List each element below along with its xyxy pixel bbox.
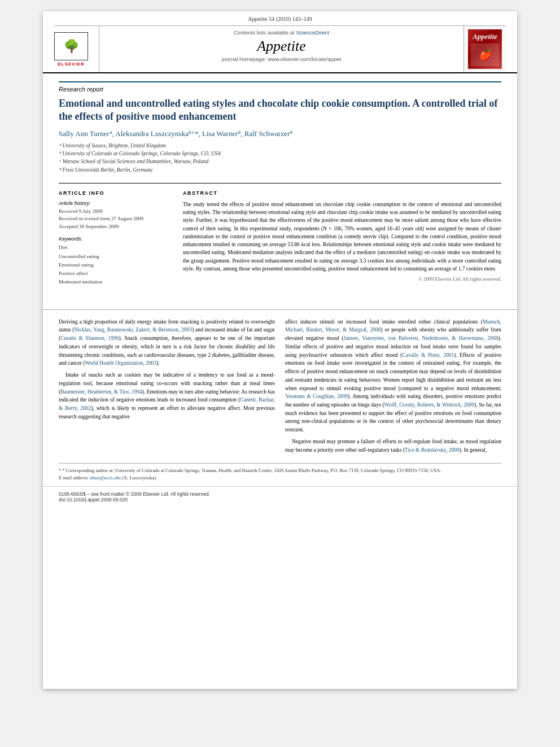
history-section: Article history: Received 9 July 2009 Re… [59, 200, 172, 231]
ref-nicklas[interactable]: Nicklas, Yang, Baranowski, Zakeri, & Ber… [74, 327, 192, 333]
journal-homepage: journal homepage: www.elsevier.com/locat… [105, 56, 458, 62]
body-text: Deriving a high proportion of daily ener… [43, 318, 517, 458]
authors: Sally Ann Turnerᵃ, Aleksandra Luszczynsk… [59, 129, 501, 138]
email-suffix: (A. Luszczynska). [122, 475, 157, 480]
elsevier-name: ELSEVIER [58, 62, 85, 67]
email-address[interactable]: alusz@uccs.edu [90, 475, 121, 480]
section-divider [43, 309, 517, 310]
article-info-col: ARTICLE INFO Article history: Received 9… [59, 190, 172, 287]
accepted-date: Accepted 30 September 2009 [59, 223, 172, 231]
keyword-mediation: Moderated mediation [59, 278, 172, 286]
footer-doi: doi:10.1016/j.appet.2009.09.020 [59, 497, 501, 503]
info-abstract-section: ARTICLE INFO Article history: Received 9… [59, 183, 501, 287]
body-para-3: affect induces stimuli on increased food… [285, 318, 501, 434]
thumb-label: Appetite [473, 32, 497, 41]
received-date: Received 9 July 2009 [59, 208, 172, 216]
ref-who[interactable]: World Health Organization, 2003 [85, 360, 156, 366]
ref-cusatis[interactable]: Cusatis & Shannon, 1996 [60, 335, 119, 341]
article-title: Emotional and uncontrolled eating styles… [59, 97, 501, 124]
keyword-emotional: Emotional eating [59, 261, 172, 269]
abstract-header: ABSTRACT [183, 190, 501, 196]
affiliation-b: ᵇ University of Colorado at Colorado Spr… [59, 150, 501, 158]
email-line: E-mail address: alusz@uccs.edu (A. Luszc… [59, 474, 501, 482]
elsevier-logo: 🌳 ELSEVIER [54, 26, 99, 72]
history-label: Article history: [59, 200, 172, 206]
affiliation-c: ᶜ Warsaw School of Social Sciences and H… [59, 158, 501, 165]
contents-available: Contents lists available at ScienceDirec… [105, 29, 458, 36]
keyword-diet: Diet [59, 243, 172, 252]
keywords-section: Keywords: Diet Uncontrolled eating Emoti… [59, 236, 172, 286]
affiliation-a: ᵃ University of Sussex, Brighton, United… [59, 142, 501, 150]
footnote-content: * Corresponding author at: University of… [62, 468, 441, 473]
ref-jansen[interactable]: Jansen, Vanreyten, van Balveren, Nederko… [344, 335, 498, 341]
doi-bar: Appetite 54 (2010) 143–149 [54, 16, 506, 22]
body-col-right: affect induces stimuli on increased food… [285, 318, 501, 458]
ref-cavallo[interactable]: Cavallo & Pinto, 2001 [402, 352, 454, 358]
footer-bar: 0195-6663/$ – see front matter © 2009 El… [43, 486, 517, 507]
revised-date: Received in revised form 27 August 2009 [59, 215, 172, 223]
footnote-section: * * Corresponding author at: University … [59, 463, 501, 482]
article-info-header: ARTICLE INFO [59, 190, 172, 196]
ref-tice[interactable]: Tice & Bratslavsky, 2000 [405, 447, 460, 453]
footnote-text: * * Corresponding author at: University … [59, 467, 501, 474]
journal-header: Appetite 54 (2010) 143–149 🌳 ELSEVIER Co… [43, 11, 517, 73]
abstract-text: The study tested the effects of positive… [183, 200, 501, 273]
footer-copyright: 0195-6663/$ – see front matter © 2009 El… [59, 491, 501, 497]
journal-title: Appetite [105, 38, 458, 55]
article-content: Research report Emotional and uncontroll… [43, 73, 517, 304]
body-para-4: Negative mood may promote a failure of e… [285, 438, 501, 454]
keywords-label: Keywords: [59, 236, 172, 242]
affiliation-d: ᵈ Freie Universität Berlin, Berlin, Germ… [59, 166, 501, 174]
email-label: E-mail address: [59, 475, 89, 480]
ref-yeomans[interactable]: Yeomans & Coughlan, 2009 [285, 394, 348, 399]
ref-canetti[interactable]: Canetti, Bachar, & Berry, 2002 [59, 397, 275, 411]
elsevier-box: 🌳 [54, 32, 88, 60]
abstract-col: ABSTRACT The study tested the effects of… [183, 190, 501, 287]
journal-center: Contents lists available at ScienceDirec… [99, 26, 463, 72]
section-label: Research report [59, 81, 501, 93]
affiliations: ᵃ University of Sussex, Brighton, United… [59, 142, 501, 174]
copyright: © 2009 Elsevier Ltd. All rights reserved… [183, 276, 501, 282]
sciencedirect-link[interactable]: ScienceDirect [296, 29, 329, 36]
ref-baumeister[interactable]: Baumeister, Heatherton, & Tice, 1994 [60, 389, 142, 395]
body-para-1: Deriving a high proportion of daily ener… [59, 318, 275, 368]
journal-thumbnail: Appetite 🍎 [463, 26, 506, 72]
ref-wolff[interactable]: Wolff, Crosby, Roberts, & Wittrock, 2000 [384, 402, 475, 408]
body-para-2: Intake of snacks such as cookies may be … [59, 371, 275, 421]
keyword-uncontrolled: Uncontrolled eating [59, 252, 172, 261]
article-page: Appetite 54 (2010) 143–149 🌳 ELSEVIER Co… [43, 11, 517, 689]
keyword-positive: Positive affect [59, 269, 172, 278]
elsevier-tree-icon: 🌳 [64, 39, 79, 54]
journal-citation: Appetite 54 (2010) 143–149 [248, 16, 312, 22]
ref-munsch[interactable]: Munsch, Michael, Biedert, Meyer, & Margr… [285, 319, 501, 333]
thumb-cover: Appetite 🍎 [468, 29, 502, 69]
body-col-left: Deriving a high proportion of daily ener… [59, 318, 275, 458]
